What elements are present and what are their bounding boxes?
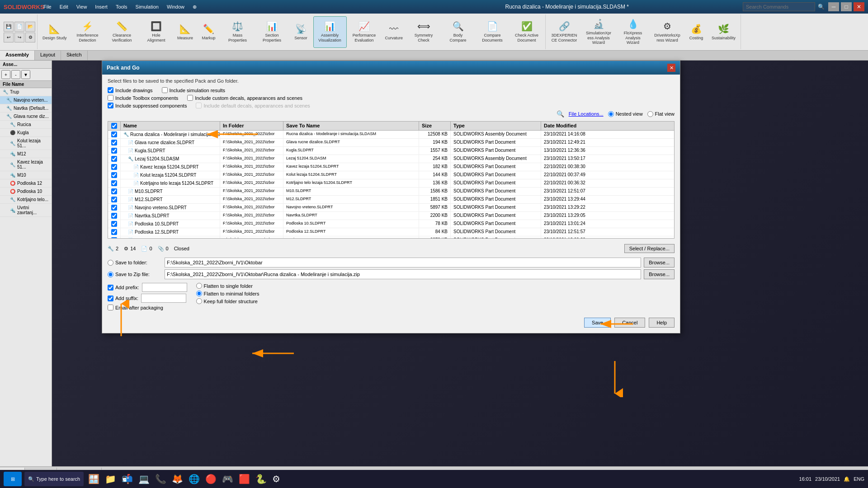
header-saveto[interactable]: Save To Name	[283, 122, 419, 130]
tree-item-kugla[interactable]: ⚫ Kugla	[0, 129, 52, 137]
tree-item-podloska12[interactable]: ⭕ Podloska 12	[0, 179, 52, 188]
start-button[interactable]: ⊞	[4, 472, 22, 486]
taskbar-app-3[interactable]: 💻	[137, 472, 151, 486]
taskbar-app-9[interactable]: 🟥	[237, 472, 252, 486]
include-suppressed-checkbox[interactable]: Include suppressed components	[108, 103, 187, 108]
markup-btn[interactable]: ✏️ Markup	[198, 16, 220, 48]
file-row[interactable]: 📄Kotrljajno telo lezaja 51204.SLDPRT F:\…	[108, 179, 674, 188]
taskbar-app-10[interactable]: 🐍	[254, 472, 269, 486]
design-study-btn[interactable]: 📐 Design Study	[39, 16, 70, 48]
tree-item-kavez[interactable]: 🔧 Kavez lezaja 51...	[0, 158, 52, 171]
file-row[interactable]: 📄Rucica.SLDPRT F:\Skolska_2021_2022\Izbo…	[108, 236, 674, 239]
keep-full-radio[interactable]	[196, 298, 202, 304]
menu-simulation[interactable]: Simulation	[132, 2, 162, 12]
header-date[interactable]: Date Modified	[541, 122, 613, 130]
include-simulation-input[interactable]	[162, 87, 168, 93]
add-prefix-label[interactable]: Add prefix:	[108, 285, 139, 291]
driveworks-btn[interactable]: ⚙ DriveWorksXpress Wizard	[651, 16, 684, 48]
tree-item-uvrtni[interactable]: 🔩 Uvrtni zavrtanj...	[0, 204, 52, 217]
new-quick-btn[interactable]: 📄	[14, 22, 24, 32]
taskbar-app-7[interactable]: 🔴	[203, 472, 218, 486]
save-folder-path-input[interactable]	[165, 258, 641, 267]
flat-view-radio[interactable]: Flat view	[647, 111, 675, 117]
include-default-decals-checkbox[interactable]: Include default decals, appearances and …	[196, 103, 310, 108]
curvature-btn[interactable]: 〰 Curvature	[382, 16, 406, 48]
tab-layout[interactable]: Layout	[35, 51, 61, 60]
flatten-minimal-label[interactable]: Flatten to minimal folders	[196, 291, 259, 296]
file-row[interactable]: 📄M12.SLDPRT F:\Skolska_2021_2022\Izbor M…	[108, 196, 674, 204]
header-check[interactable]	[108, 122, 121, 130]
keep-full-label[interactable]: Keep full folder structure	[196, 298, 258, 304]
body-compare-btn[interactable]: 🔍 Body Compare	[441, 16, 475, 48]
close-window-button[interactable]: ✕	[854, 2, 864, 11]
include-simulation-checkbox[interactable]: Include simulation results	[162, 87, 226, 93]
prefix-input[interactable]	[142, 283, 187, 292]
include-toolbox-input[interactable]	[108, 95, 113, 101]
taskbar-app-sw[interactable]: ⚙	[270, 472, 282, 486]
browse-zip-button[interactable]: Browse...	[644, 269, 675, 279]
file-row[interactable]: 📄Podloska 12.SLDPRT F:\Skolska_2021_2022…	[108, 228, 674, 236]
measure-btn[interactable]: 📐 Measure	[174, 16, 197, 48]
file-row[interactable]: 📄Kugla.SLDPRT F:\Skolska_2021_2022\Izbor…	[108, 147, 674, 155]
menu-insert[interactable]: Insert	[91, 2, 111, 12]
tree-item-podloska10[interactable]: ⭕ Podloska 10	[0, 188, 52, 196]
menu-edit[interactable]: Edit	[56, 2, 72, 12]
taskbar-app-8[interactable]: 🎮	[220, 472, 235, 486]
flowxpress-btn[interactable]: 💧 FloXpress Analysis Wizard	[616, 16, 650, 48]
3dexperience-btn[interactable]: 🔗 3DEXPERIENCE Connector	[547, 16, 581, 48]
sensor-btn[interactable]: 📡 Sensor	[290, 16, 312, 48]
redo-btn[interactable]: ↪	[14, 33, 24, 42]
menu-file[interactable]: File	[40, 2, 55, 12]
tree-item-kotrljajno[interactable]: 🔧 Kotrljajno telo...	[0, 196, 52, 204]
tree-item-navtka[interactable]: 🔧 Navtka (Default...	[0, 104, 52, 113]
file-row[interactable]: 📄Navrtka.SLDPRT F:\Skolska_2021_2022\Izb…	[108, 212, 674, 220]
tree-item-kolut[interactable]: 🔧 Kolut lezaja 51...	[0, 137, 52, 150]
file-row[interactable]: 🔧Lezaj 51204.SLDASM F:\Skolska_2021_2022…	[108, 155, 674, 163]
dialog-close-button[interactable]: ✕	[667, 64, 675, 72]
check-active-btn[interactable]: ✅ Check Active Document	[510, 16, 543, 48]
file-row[interactable]: 📄Podloska 10.SLDPRT F:\Skolska_2021_2022…	[108, 220, 674, 228]
tree-item-m10[interactable]: 🔩 M10	[0, 171, 52, 179]
costing-btn[interactable]: 💰 Costing	[685, 16, 708, 48]
clearance-verification-btn[interactable]: 📏 Clearance Verification	[105, 16, 139, 48]
menu-extra[interactable]: ⊕	[189, 2, 200, 12]
search-taskbar-btn[interactable]: 🔍 Type here to search	[24, 472, 84, 486]
assembly-visualization-btn[interactable]: 📊 Assembly Visualization	[313, 16, 347, 48]
save-zip-path-input[interactable]	[165, 269, 641, 279]
browse-folder-button[interactable]: Browse...	[644, 258, 675, 267]
collapse-all-btn[interactable]: -	[11, 70, 20, 79]
taskbar-app-4[interactable]: 📞	[153, 472, 168, 486]
taskbar-app-2[interactable]: 📬	[120, 472, 135, 486]
taskbar-app-6[interactable]: 🌐	[187, 472, 202, 486]
header-type[interactable]: Type	[451, 122, 541, 130]
tab-sketch[interactable]: Sketch	[61, 51, 88, 60]
file-row[interactable]: 🔧Rucna dizalica - Modeliranje i simulaci…	[108, 131, 674, 139]
tab-assembly[interactable]: Assembly	[0, 51, 35, 60]
file-row[interactable]: 📄M10.SLDPRT F:\Skolska_2021_2022\Izbor M…	[108, 188, 674, 196]
interference-detection-btn[interactable]: ⚡ Interference Detection	[71, 16, 104, 48]
add-prefix-checkbox[interactable]	[108, 285, 113, 291]
include-suppressed-input[interactable]	[108, 103, 113, 108]
menu-tools[interactable]: Tools	[112, 2, 131, 12]
taskbar-app-5[interactable]: 🦊	[170, 472, 185, 486]
expand-all-btn[interactable]: +	[1, 70, 10, 79]
menu-window[interactable]: Window	[163, 2, 188, 12]
flat-view-input[interactable]	[647, 111, 653, 117]
include-drawings-checkbox[interactable]: Include drawings	[108, 87, 153, 93]
save-quick-btn[interactable]: 💾	[4, 22, 14, 32]
minimize-button[interactable]: ─	[828, 2, 839, 11]
section-properties-btn[interactable]: 📊 Section Properties	[255, 16, 289, 48]
search-icon[interactable]: 🔍	[557, 110, 564, 117]
performance-evaluation-btn[interactable]: 📈 Performance Evaluation	[348, 16, 381, 48]
include-custom-decals-checkbox[interactable]: Include custom decals, appearances and s…	[187, 95, 302, 101]
taskbar-notification-icon[interactable]: 🔔	[844, 476, 850, 482]
filter-btn[interactable]: ▼	[21, 70, 30, 79]
sustainability-btn[interactable]: 🌿 Sustainability	[708, 16, 739, 48]
symmetry-check-btn[interactable]: ⟺ Symmetry Check	[407, 16, 440, 48]
tree-item-glava[interactable]: 🔧 Glava rucne diz...	[0, 113, 52, 121]
taskbar-app-0[interactable]: 🪟	[86, 472, 101, 486]
flatten-single-radio[interactable]	[196, 283, 202, 289]
tree-item-trup[interactable]: 🔧 Trup	[0, 88, 52, 96]
file-row[interactable]: 📄Kolut lezaja 51204.SLDPRT F:\Skolska_20…	[108, 171, 674, 179]
menu-view[interactable]: View	[73, 2, 91, 12]
